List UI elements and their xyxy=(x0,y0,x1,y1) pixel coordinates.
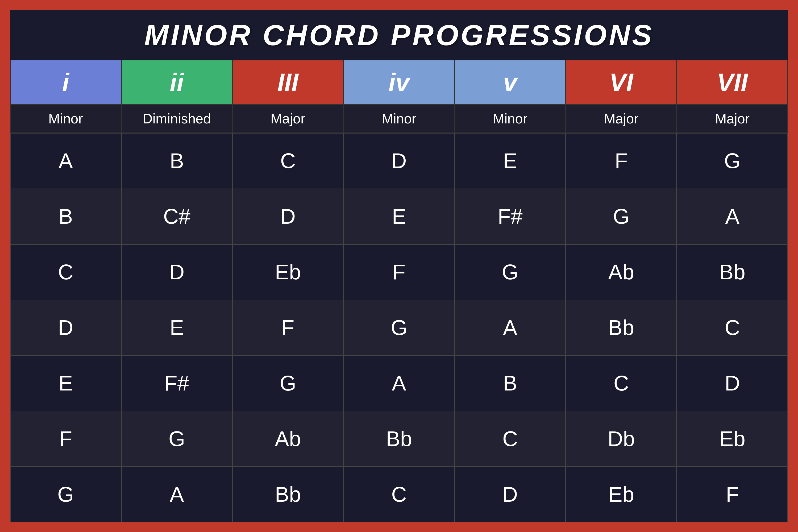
chord-type-0: Minor xyxy=(10,105,121,132)
cell-r1-c1: C# xyxy=(121,189,232,244)
cell-r6-c1: A xyxy=(121,467,232,522)
cell-r6-c3: C xyxy=(343,467,455,522)
chord-type-6: Major xyxy=(677,105,788,132)
cell-r2-c6: Bb xyxy=(677,245,788,300)
chord-type-1: Diminished xyxy=(121,105,232,132)
table-row: BC#DEF#GA xyxy=(10,189,788,244)
chord-type-3: Minor xyxy=(343,105,455,132)
cell-r1-c4: F# xyxy=(455,189,566,244)
cell-r6-c4: D xyxy=(455,467,566,522)
cell-r1-c0: B xyxy=(10,189,121,244)
cell-r1-c6: A xyxy=(677,189,788,244)
cell-r3-c4: A xyxy=(455,300,566,355)
cell-r4-c0: E xyxy=(10,356,121,411)
chord-type-5: Major xyxy=(566,105,677,132)
table-row: ABCDEFG xyxy=(10,133,788,189)
cell-r4-c5: C xyxy=(566,356,677,411)
cell-r6-c6: F xyxy=(677,467,788,522)
col-header-0: i xyxy=(10,60,121,105)
column-headers: iiiIIIivvVIVII xyxy=(10,60,788,105)
main-container: MINOR CHORD PROGRESSIONS iiiIIIivvVIVII … xyxy=(5,5,793,527)
cell-r1-c2: D xyxy=(232,189,343,244)
chord-type-4: Minor xyxy=(455,105,566,132)
cell-r4-c4: B xyxy=(455,356,566,411)
cell-r6-c2: Bb xyxy=(232,467,343,522)
cell-r5-c4: C xyxy=(455,411,566,466)
col-header-5: VI xyxy=(566,60,677,105)
cell-r2-c4: G xyxy=(455,245,566,300)
cell-r5-c5: Db xyxy=(566,411,677,466)
cell-r3-c2: F xyxy=(232,300,343,355)
chord-type-2: Major xyxy=(232,105,343,132)
table-row: GABbCDEbF xyxy=(10,466,788,522)
cell-r0-c6: G xyxy=(677,134,788,189)
cell-r1-c3: E xyxy=(343,189,455,244)
table-row: CDEbFGAbBb xyxy=(10,244,788,300)
cell-r0-c4: E xyxy=(455,134,566,189)
table-row: DEFGABbC xyxy=(10,300,788,355)
cell-r6-c5: Eb xyxy=(566,467,677,522)
cell-r4-c1: F# xyxy=(121,356,232,411)
cell-r2-c0: C xyxy=(10,245,121,300)
cell-r2-c2: Eb xyxy=(232,245,343,300)
cell-r0-c1: B xyxy=(121,134,232,189)
col-header-2: III xyxy=(232,60,343,105)
cell-r2-c5: Ab xyxy=(566,245,677,300)
header: MINOR CHORD PROGRESSIONS xyxy=(10,10,788,60)
cell-r3-c3: G xyxy=(343,300,455,355)
cell-r6-c0: G xyxy=(10,467,121,522)
cell-r0-c2: C xyxy=(232,134,343,189)
cell-r0-c5: F xyxy=(566,134,677,189)
cell-r3-c6: C xyxy=(677,300,788,355)
cell-r5-c0: F xyxy=(10,411,121,466)
chord-table: iiiIIIivvVIVII MinorDiminishedMajorMinor… xyxy=(10,60,788,522)
cell-r2-c1: D xyxy=(121,245,232,300)
data-rows: ABCDEFGBC#DEF#GACDEbFGAbBbDEFGABbCEF#GAB… xyxy=(10,133,788,522)
cell-r3-c1: E xyxy=(121,300,232,355)
cell-r4-c3: A xyxy=(343,356,455,411)
chord-type-row: MinorDiminishedMajorMinorMinorMajorMajor xyxy=(10,105,788,133)
cell-r5-c3: Bb xyxy=(343,411,455,466)
cell-r3-c5: Bb xyxy=(566,300,677,355)
cell-r5-c2: Ab xyxy=(232,411,343,466)
cell-r5-c1: G xyxy=(121,411,232,466)
cell-r2-c3: F xyxy=(343,245,455,300)
table-row: FGAbBbCDbEb xyxy=(10,411,788,466)
col-header-1: ii xyxy=(121,60,232,105)
cell-r4-c6: D xyxy=(677,356,788,411)
cell-r3-c0: D xyxy=(10,300,121,355)
cell-r5-c6: Eb xyxy=(677,411,788,466)
table-row: EF#GABCD xyxy=(10,355,788,411)
cell-r0-c3: D xyxy=(343,134,455,189)
page-title: MINOR CHORD PROGRESSIONS xyxy=(144,19,653,51)
cell-r1-c5: G xyxy=(566,189,677,244)
cell-r4-c2: G xyxy=(232,356,343,411)
col-header-6: VII xyxy=(677,60,788,105)
col-header-3: iv xyxy=(343,60,455,105)
col-header-4: v xyxy=(455,60,566,105)
cell-r0-c0: A xyxy=(10,134,121,189)
